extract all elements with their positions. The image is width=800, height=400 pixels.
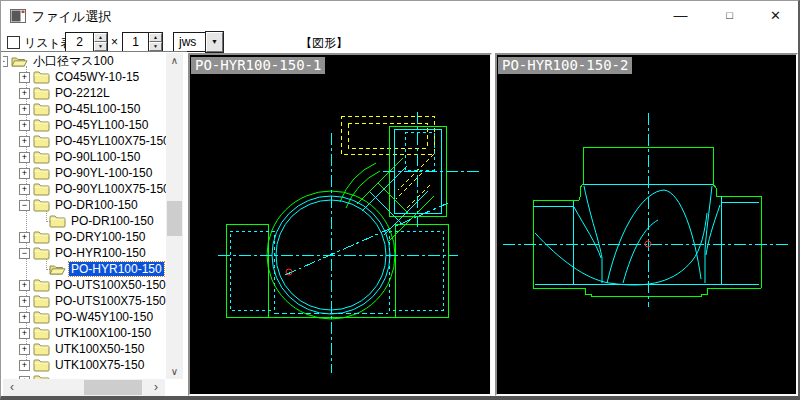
dropdown-arrow-icon[interactable]: ▼ — [206, 32, 223, 52]
tree-rows: − 小口径マス100 + CO45WY-10-15 + — [3, 53, 166, 379]
tree-item-label: UTK100X50-150 — [53, 342, 146, 356]
folder-icon — [33, 294, 50, 308]
folder-icon — [33, 358, 50, 372]
tree-item-label: PO-HYR100-150 — [69, 262, 164, 276]
spin-down-icon[interactable]: ▼ — [94, 42, 107, 51]
tree-item[interactable]: PO-HYR100-150 — [3, 261, 166, 277]
tree-item[interactable]: + PO-W45Y100-150 — [3, 309, 166, 325]
tree-item[interactable]: + PO-90YL-100-150 — [3, 165, 166, 181]
tree-item[interactable]: + UTK100X50-150 — [3, 341, 166, 357]
tree-item-label: PO-HYR100-150 — [53, 246, 148, 260]
tree-item[interactable]: + PO-UTS100X50-150 — [3, 277, 166, 293]
shape-mode-label: 【図形】 — [300, 35, 348, 52]
spin-down-icon[interactable]: ▼ — [149, 42, 162, 51]
tree-item[interactable]: + UTK100X100-150 — [3, 325, 166, 341]
expand-toggle-icon[interactable]: − — [3, 56, 8, 67]
folder-icon — [33, 246, 50, 260]
folder-icon — [33, 198, 50, 212]
tree-item-label: PO-2212L — [53, 86, 112, 100]
tree-item[interactable]: − PO-HYR100-150 — [3, 245, 166, 261]
tree-item-label: PO-90YL-100-150 — [53, 166, 154, 180]
tree-item-label: PO-UTS100X50-150 — [53, 278, 166, 292]
tree-item-label: CO45WY-10-15 — [53, 70, 141, 84]
folder-icon — [33, 310, 50, 324]
columns-input[interactable]: 2 — [65, 32, 94, 52]
expand-toggle-icon[interactable]: + — [19, 136, 30, 147]
list-view-checkbox[interactable] — [7, 36, 20, 49]
tree-item-label: 小口径マス100 — [31, 54, 116, 68]
tree-item-label: UTK100X100-150 — [53, 326, 153, 340]
title-bar: ファイル選択 — □ ✕ — [1, 1, 798, 31]
rows-spinner: ▲ ▼ — [148, 32, 163, 52]
expand-toggle-icon[interactable]: + — [19, 360, 30, 371]
expand-toggle-icon[interactable]: + — [19, 280, 30, 291]
expand-toggle-icon[interactable]: + — [19, 296, 30, 307]
folder-icon — [49, 262, 66, 276]
rows-input[interactable]: 1 — [122, 32, 149, 52]
folder-tree: − 小口径マス100 + CO45WY-10-15 + — [3, 52, 166, 379]
tree-item[interactable]: + PO-DRY100-150 — [3, 229, 166, 245]
tree-item[interactable]: − PO-DR100-150 — [3, 197, 166, 213]
folder-icon — [33, 134, 50, 148]
expand-toggle-icon[interactable]: + — [19, 184, 30, 195]
expand-toggle-icon[interactable]: + — [19, 344, 30, 355]
expand-toggle-icon[interactable]: − — [19, 248, 30, 259]
tree-item[interactable]: + PO-45L100-150 — [3, 101, 166, 117]
expand-toggle-icon[interactable]: + — [19, 120, 30, 131]
maximize-button[interactable]: □ — [707, 1, 752, 30]
tree-item-label: PO-DR100-150 — [53, 198, 140, 212]
expand-toggle-icon[interactable]: + — [19, 312, 30, 323]
spin-up-icon[interactable]: ▲ — [94, 33, 107, 42]
tree-item-label: PO-W45Y100-150 — [53, 310, 155, 324]
expand-toggle-icon[interactable]: − — [19, 200, 30, 211]
file-select-dialog: ファイル選択 — □ ✕ リスト表示 2 ▲ ▼ × 1 ▲ ▼ jws ▼ 【… — [0, 0, 800, 400]
tree-item-label: PO-UTS100X75-150 — [53, 294, 166, 308]
toolbar: リスト表示 2 ▲ ▼ × 1 ▲ ▼ jws ▼ 【図形】 — [1, 31, 798, 52]
tree-item[interactable]: PO-DR100-150 — [3, 213, 166, 229]
expand-toggle-icon[interactable]: + — [19, 168, 30, 179]
tree-item[interactable]: + PO-45YL100X75-150 — [3, 133, 166, 149]
scroll-down-icon[interactable]: ∨ — [166, 366, 183, 377]
folder-icon — [33, 166, 50, 180]
tree-item-label: PO-45L100-150 — [53, 102, 142, 116]
vertical-scrollbar-thumb[interactable] — [167, 201, 182, 236]
scroll-left-icon[interactable]: ‹ — [5, 380, 19, 394]
spin-up-icon[interactable]: ▲ — [149, 33, 162, 42]
folder-icon — [33, 342, 50, 356]
vertical-scrollbar[interactable]: ∧ ∨ — [166, 53, 183, 379]
folder-icon — [33, 118, 50, 132]
tree-item-label: PO-45YL100-150 — [53, 118, 150, 132]
tree-item[interactable]: + CO45WY-10-15 — [3, 69, 166, 85]
horizontal-scrollbar-thumb[interactable] — [84, 380, 142, 395]
expand-toggle-icon[interactable]: + — [19, 104, 30, 115]
folder-icon — [33, 150, 50, 164]
tree-item[interactable]: + PO-2212L — [3, 85, 166, 101]
scroll-right-icon[interactable]: › — [149, 380, 163, 394]
tree-item-label: PO-90L100-150 — [53, 150, 142, 164]
times-label: × — [111, 35, 118, 49]
folder-icon — [33, 278, 50, 292]
folder-icon — [33, 230, 50, 244]
tree-item[interactable]: + PO-90YL100X75-150 — [3, 181, 166, 197]
tree-item-label: PO-45YL100X75-150 — [53, 134, 166, 148]
tree-item[interactable]: + PO-UTS100X75-150 — [3, 293, 166, 309]
expand-toggle-icon[interactable]: + — [19, 72, 30, 83]
expand-toggle-icon[interactable]: + — [19, 88, 30, 99]
minimize-button[interactable]: — — [658, 1, 703, 30]
folder-icon — [33, 102, 50, 116]
close-button[interactable]: ✕ — [753, 1, 798, 30]
horizontal-scrollbar[interactable]: ‹ › — [3, 379, 165, 396]
tree-item[interactable]: + PO-45YL100-150 — [3, 117, 166, 133]
expand-toggle-icon[interactable]: + — [19, 232, 30, 243]
folder-icon — [33, 70, 50, 84]
tree-item[interactable]: − 小口径マス100 — [3, 53, 166, 69]
tree-item[interactable]: + PO-90L100-150 — [3, 149, 166, 165]
preview-panel-2[interactable]: PO-HYR100-150-2 — [495, 53, 798, 396]
tree-item-label: PO-DRY100-150 — [53, 230, 148, 244]
scroll-up-icon[interactable]: ∧ — [166, 55, 183, 66]
tree-item-label: UTK100X75-150 — [53, 358, 146, 372]
preview-panel-1[interactable]: PO-HYR100-150-1 — [188, 53, 492, 396]
expand-toggle-icon[interactable]: + — [19, 152, 30, 163]
tree-item[interactable]: + UTK100X75-150 — [3, 357, 166, 373]
expand-toggle-icon[interactable]: + — [19, 328, 30, 339]
